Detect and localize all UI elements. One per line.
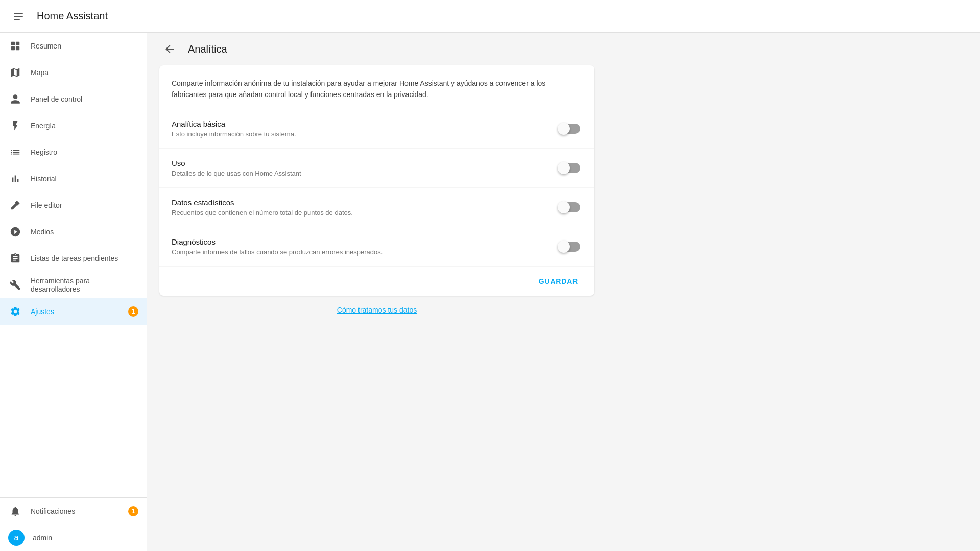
back-button[interactable] [159, 39, 180, 59]
sidebar-item-ajustes[interactable]: Ajustes 1 [0, 298, 147, 325]
svg-rect-5 [11, 46, 15, 50]
sidebar-item-admin[interactable]: a admin [0, 524, 147, 551]
app-title: Home Assistant [37, 10, 108, 22]
notifications-icon [8, 506, 22, 517]
sidebar-item-file-editor[interactable]: File editor [0, 192, 147, 219]
sidebar-item-panel[interactable]: Panel de control [0, 86, 147, 112]
toggle-knob-analitica-basica [558, 123, 570, 135]
toggle-info-datos-estadisticos: Datos estadísticos Recuentos que contien… [172, 198, 558, 217]
toggle-desc-datos-estadisticos: Recuentos que contienen el número total … [172, 209, 558, 217]
sidebar-item-resumen[interactable]: Resumen [0, 33, 147, 59]
toggle-switch-analitica-basica[interactable] [558, 122, 582, 136]
toggle-desc-analitica-basica: Esto incluye información sobre tu sistem… [172, 130, 558, 138]
sidebar-bottom: Notificaciones 1 a admin [0, 497, 147, 551]
svg-rect-3 [11, 42, 15, 45]
list-icon [8, 147, 22, 158]
card-description: Comparte información anónima de tu insta… [159, 65, 594, 109]
save-button[interactable]: GUARDAR [531, 273, 586, 290]
sidebar-label-ajustes: Ajustes [31, 307, 54, 316]
wrench-icon [8, 279, 22, 291]
toggle-info-diagnosticos: Diagnósticos Comparte informes de fallos… [172, 237, 558, 256]
toggle-switch-uso[interactable] [558, 161, 582, 175]
sidebar-label-mapa: Mapa [31, 68, 49, 77]
data-link[interactable]: Cómo tratamos tus datos [159, 306, 594, 314]
svg-rect-1 [14, 16, 23, 17]
sidebar-item-registro[interactable]: Registro [0, 139, 147, 165]
toggle-row-datos-estadisticos: Datos estadísticos Recuentos que contien… [159, 188, 594, 227]
toggle-desc-diagnosticos: Comparte informes de fallos cuando se pr… [172, 248, 558, 256]
svg-rect-0 [14, 13, 23, 14]
toggle-knob-datos-estadisticos [558, 201, 570, 213]
toggle-title-uso: Uso [172, 159, 558, 167]
sidebar-label-energia: Energía [31, 122, 56, 130]
toggle-switch-datos-estadisticos[interactable] [558, 200, 582, 214]
toggle-info-analitica-basica: Analítica básica Esto incluye informació… [172, 119, 558, 138]
sidebar-item-herramientas[interactable]: Herramientas para desarrolladores [0, 272, 147, 298]
sidebar-label-medios: Medios [31, 228, 54, 236]
sidebar-item-listas[interactable]: Listas de tareas pendientes [0, 245, 147, 272]
main-layout: Resumen Mapa Panel de control [0, 33, 980, 551]
toggle-row-uso: Uso Detalles de lo que usas con Home Ass… [159, 149, 594, 188]
map-icon [8, 67, 22, 78]
avatar: a [8, 530, 25, 546]
sidebar-label-admin: admin [33, 534, 52, 542]
play-circle-icon [8, 226, 22, 237]
bar-chart-icon [8, 173, 22, 184]
ajustes-badge: 1 [128, 306, 138, 317]
sidebar-item-energia[interactable]: Energía [0, 112, 147, 139]
menu-icon[interactable] [8, 6, 29, 27]
toggle-switch-diagnosticos[interactable] [558, 239, 582, 254]
sidebar-label-listas: Listas de tareas pendientes [31, 254, 118, 262]
toggle-row-diagnosticos: Diagnósticos Comparte informes de fallos… [159, 227, 594, 267]
bolt-icon [8, 120, 22, 131]
sidebar-item-medios[interactable]: Medios [0, 219, 147, 245]
toggle-title-diagnosticos: Diagnósticos [172, 237, 558, 246]
card-footer: GUARDAR [159, 267, 594, 296]
svg-rect-6 [16, 46, 19, 50]
dashboard-icon [8, 40, 22, 52]
settings-icon [8, 306, 22, 317]
toggle-title-datos-estadisticos: Datos estadísticos [172, 198, 558, 207]
toggle-desc-uso: Detalles de lo que usas con Home Assista… [172, 170, 558, 177]
toggle-knob-diagnosticos [558, 241, 570, 253]
sidebar-label-file-editor: File editor [31, 201, 62, 209]
toggle-row-analitica-basica: Analítica básica Esto incluye informació… [159, 109, 594, 149]
content-body: Comparte información anónima de tu insta… [147, 65, 607, 326]
top-header: Home Assistant [0, 0, 980, 33]
svg-rect-4 [16, 42, 19, 45]
svg-rect-2 [14, 19, 20, 20]
sidebar-item-historial[interactable]: Historial [0, 165, 147, 192]
analytics-card: Comparte información anónima de tu insta… [159, 65, 594, 296]
sidebar-item-notificaciones[interactable]: Notificaciones 1 [0, 498, 147, 524]
person-icon [8, 93, 22, 105]
toggle-info-uso: Uso Detalles de lo que usas con Home Ass… [172, 159, 558, 177]
toggle-title-analitica-basica: Analítica básica [172, 119, 558, 128]
content-header: Analítica [147, 33, 980, 65]
sidebar-item-mapa[interactable]: Mapa [0, 59, 147, 86]
sidebar-label-herramientas: Herramientas para desarrolladores [31, 277, 138, 293]
sidebar-label-panel: Panel de control [31, 95, 82, 103]
toggle-knob-uso [558, 162, 570, 174]
sidebar-label-historial: Historial [31, 175, 57, 183]
sidebar-label-registro: Registro [31, 148, 57, 156]
content-area: Analítica Comparte información anónima d… [147, 33, 980, 551]
sidebar-label-resumen: Resumen [31, 42, 61, 50]
notificaciones-badge: 1 [128, 506, 138, 516]
sidebar-label-notificaciones: Notificaciones [31, 507, 75, 515]
page-title: Analítica [188, 43, 227, 55]
assignment-icon [8, 253, 22, 264]
sidebar: Resumen Mapa Panel de control [0, 33, 147, 551]
build-icon [8, 200, 22, 211]
